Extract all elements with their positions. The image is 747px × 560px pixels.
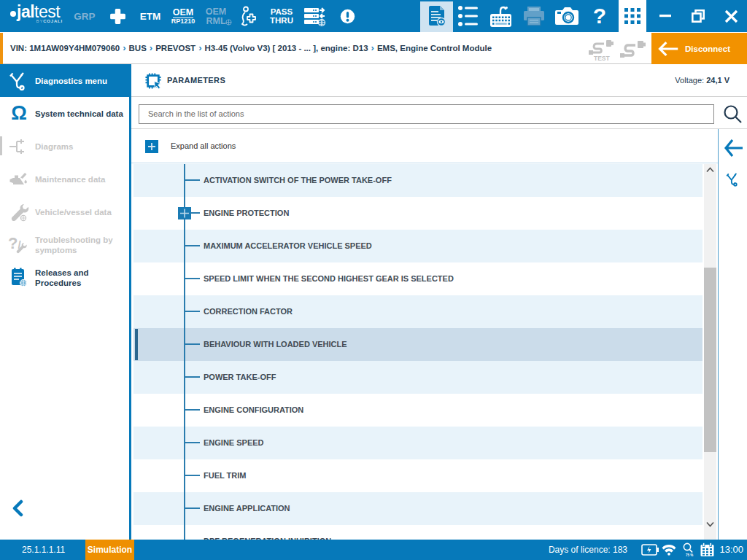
- svg-text:TEST: TEST: [594, 55, 611, 62]
- svg-text:75 %: 75 %: [686, 553, 693, 557]
